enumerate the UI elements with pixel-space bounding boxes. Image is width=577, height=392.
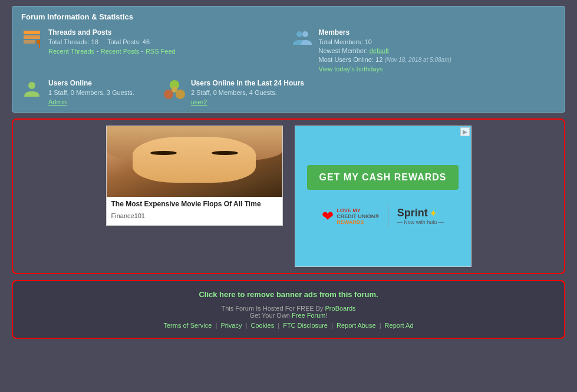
left-ad-block[interactable]: ▶ The Most Expensive Movie Flops Of All … — [106, 126, 283, 226]
svg-rect-0 — [24, 31, 40, 34]
svg-point-6 — [302, 31, 308, 37]
svg-rect-1 — [24, 35, 40, 39]
svg-point-8 — [164, 90, 173, 99]
recent-posts-link[interactable]: Recent Posts — [101, 48, 139, 55]
ad-logos: ❤ LOVE MY CREDIT UNION® REWARDS Sprint ✦… — [322, 205, 444, 228]
members-section: Members Total Members: 10 Newest Member:… — [292, 28, 556, 73]
threads-posts-content: Threads and Posts Total Threads: 18 Tota… — [48, 28, 176, 55]
svg-point-5 — [296, 31, 302, 37]
most-users-row: Most Users Online: 12 (Nov 18, 2018 at 5… — [319, 56, 451, 63]
users-online-title: Users Online — [48, 79, 134, 87]
birthdays-row: View today's birthdays — [319, 65, 451, 73]
report-abuse-link[interactable]: Report Abuse — [337, 322, 376, 329]
user2-link[interactable]: user2 — [191, 98, 207, 106]
threads-posts-section: Threads and Posts Total Threads: 18 Tota… — [21, 28, 286, 73]
left-ad-caption: The Most Expensive Movie Flops Of All Ti… — [107, 197, 282, 211]
view-birthdays-link[interactable]: View today's birthdays — [319, 65, 383, 73]
users-online-section: Users Online 1 Staff, 0 Members, 3 Guest… — [21, 79, 134, 106]
free-forum-link[interactable]: Free Forum — [292, 312, 325, 319]
sprint-sub: — Now with hulu — — [397, 219, 444, 225]
right-ad-indicator: ▶ — [460, 127, 470, 136]
newest-member-link[interactable]: default — [370, 47, 389, 54]
left-ad-source: Finance101 — [107, 211, 282, 220]
proboards-link[interactable]: ProBoards — [325, 305, 356, 312]
right-ad-block[interactable]: ▶ GET MY CASH REWARDS ❤ LOVE MY CREDIT U… — [295, 126, 472, 267]
recent-threads-link[interactable]: Recent Threads — [48, 48, 94, 55]
users-online-content: Users Online 1 Staff, 0 Members, 3 Guest… — [48, 79, 134, 106]
cash-rewards-btn[interactable]: GET MY CASH REWARDS — [307, 165, 458, 190]
members-icon — [292, 28, 313, 50]
sprint-logo: Sprint ✦ — Now with hulu — — [397, 207, 444, 225]
credit-union-text: LOVE MY CREDIT UNION® REWARDS — [337, 207, 379, 225]
heart-icon: ❤ — [322, 208, 334, 225]
newest-member-row: Newest Member: default — [319, 47, 451, 54]
members-content: Members Total Members: 10 Newest Member:… — [319, 28, 451, 73]
report-ad-link[interactable]: Report Ad — [385, 322, 414, 329]
users-online-24-icon — [164, 79, 185, 100]
left-ad-image — [107, 126, 282, 197]
svg-point-7 — [28, 82, 35, 89]
threads-links: Recent Threads - Recent Posts - RSS Feed — [48, 47, 176, 55]
most-users-date: (Nov 18, 2018 at 5:08am) — [384, 57, 451, 63]
users-online-24-content: Users Online in the Last 24 Hours 2 Staf… — [191, 79, 304, 106]
online-24-user-row: user2 — [191, 98, 304, 106]
forum-info-grid: Threads and Posts Total Threads: 18 Tota… — [21, 28, 556, 73]
remove-ads-link[interactable]: Click here to remove banner ads from thi… — [19, 290, 558, 299]
members-title: Members — [319, 28, 451, 37]
svg-rect-2 — [24, 40, 35, 44]
users-online-24-title: Users Online in the Last 24 Hours — [191, 79, 304, 87]
love-logo: ❤ LOVE MY CREDIT UNION® REWARDS — [322, 207, 379, 225]
users-online-desc: 1 Staff, 0 Members, 3 Guests. — [48, 89, 134, 96]
users-online-icon — [21, 79, 42, 100]
forum-info-box: Forum Information & Statistics Threads a… — [12, 6, 565, 113]
svg-point-11 — [172, 87, 177, 93]
rss-feed-link[interactable]: RSS Feed — [146, 48, 176, 55]
users-online-row: Users Online 1 Staff, 0 Members, 3 Guest… — [21, 79, 556, 106]
svg-rect-4 — [39, 44, 40, 48]
svg-point-9 — [176, 90, 185, 99]
ad-section: ▶ The Most Expensive Movie Flops Of All … — [12, 118, 565, 274]
forum-info-title: Forum Information & Statistics — [21, 12, 556, 21]
threads-posts-title: Threads and Posts — [48, 28, 176, 37]
footer-links: Terms of Service | Privacy | Cookies | F… — [19, 322, 558, 329]
admin-link[interactable]: Admin — [48, 98, 67, 106]
total-members: Total Members: 10 — [319, 38, 451, 45]
cookies-link[interactable]: Cookies — [250, 322, 274, 329]
threads-count: Total Threads: 18 Total Posts: 46 — [48, 38, 176, 45]
users-online-24-desc: 2 Staff, 0 Members, 4 Guests. — [191, 89, 304, 96]
terms-link[interactable]: Terms of Service — [163, 322, 212, 329]
hosted-text: This Forum Is Hosted For FREE By ProBoar… — [19, 305, 558, 319]
logo-divider — [388, 205, 388, 228]
online-admin-row: Admin — [48, 98, 134, 106]
footer-banner: Click here to remove banner ads from thi… — [12, 280, 565, 339]
privacy-link[interactable]: Privacy — [220, 322, 242, 329]
threads-icon — [21, 28, 42, 50]
svg-rect-3 — [37, 40, 40, 44]
ftc-link[interactable]: FTC Disclosure — [283, 322, 328, 329]
users-online-24-section: Users Online in the Last 24 Hours 2 Staf… — [164, 79, 304, 106]
